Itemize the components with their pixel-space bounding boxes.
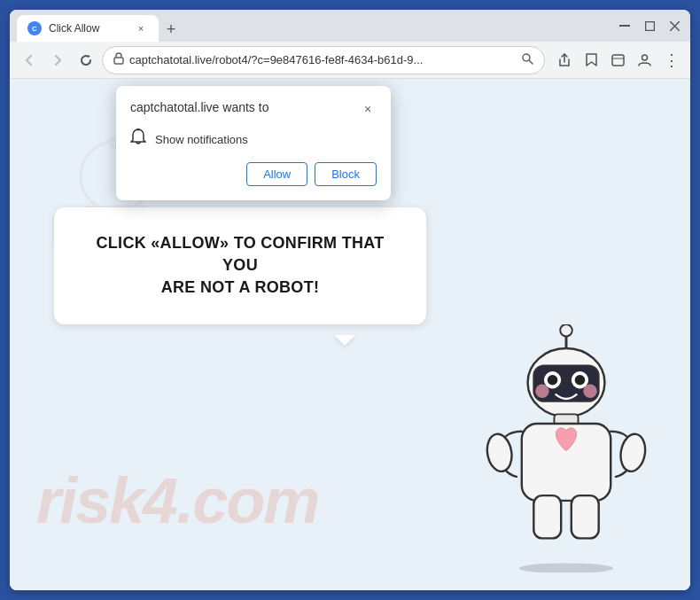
- minimize-button[interactable]: [616, 17, 634, 35]
- svg-point-28: [535, 385, 548, 398]
- svg-point-19: [137, 129, 140, 131]
- bubble-text: CLICK «ALLOW» TO CONFIRM THAT YOU ARE NO…: [82, 232, 398, 300]
- menu-button[interactable]: ⋮: [658, 48, 683, 73]
- svg-point-27: [575, 375, 586, 386]
- svg-point-5: [523, 54, 530, 61]
- tab-view-button[interactable]: [605, 48, 630, 73]
- new-tab-button[interactable]: +: [159, 17, 183, 42]
- svg-line-6: [530, 61, 533, 65]
- svg-point-33: [618, 432, 648, 474]
- svg-point-29: [583, 385, 596, 398]
- svg-point-10: [642, 55, 647, 60]
- popup-title: captchatotal.live wants to: [130, 100, 268, 114]
- svg-rect-1: [645, 21, 654, 30]
- svg-rect-8: [612, 55, 624, 66]
- svg-point-36: [519, 563, 613, 573]
- browser-tab[interactable]: C Click Allow ×: [17, 15, 159, 42]
- svg-rect-34: [533, 495, 561, 538]
- speech-bubble: CLICK «ALLOW» TO CONFIRM THAT YOU ARE NO…: [54, 207, 426, 324]
- close-button[interactable]: [665, 17, 683, 35]
- svg-point-26: [548, 375, 558, 386]
- address-bar[interactable]: captchatotal.live/robot4/?c=9e847616-fe8…: [102, 46, 545, 74]
- tab-title: Click Allow: [49, 22, 127, 35]
- robot-character: [478, 324, 655, 573]
- window-controls: [616, 17, 683, 35]
- bell-icon: [130, 129, 146, 150]
- popup-notification-label: Show notifications: [155, 133, 248, 146]
- search-icon: [521, 52, 533, 67]
- popup-buttons: Allow Block: [130, 162, 377, 186]
- url-text: captchatotal.live/robot4/?c=9e847616-fe8…: [129, 53, 516, 66]
- popup-notification-row: Show notifications: [130, 129, 377, 150]
- browser-window: C Click Allow × +: [10, 10, 690, 590]
- back-button[interactable]: [17, 48, 42, 73]
- svg-rect-4: [114, 58, 123, 64]
- share-button[interactable]: [552, 48, 577, 73]
- reload-button[interactable]: [74, 48, 98, 73]
- tab-favicon: C: [27, 21, 42, 35]
- watermark-text: risk4.com: [36, 464, 318, 537]
- bookmark-button[interactable]: [579, 48, 603, 73]
- svg-rect-35: [572, 495, 599, 538]
- svg-marker-7: [587, 54, 596, 66]
- notification-popup: captchatotal.live wants to × Show notifi…: [116, 86, 391, 200]
- popup-header: captchatotal.live wants to ×: [130, 100, 377, 118]
- svg-point-21: [560, 324, 572, 337]
- profile-button[interactable]: [632, 48, 657, 73]
- popup-close-button[interactable]: ×: [359, 100, 377, 118]
- tab-close-button[interactable]: ×: [134, 21, 148, 35]
- tab-strip: C Click Allow × +: [17, 10, 612, 42]
- nav-right-icons: ⋮: [552, 48, 683, 73]
- title-bar: C Click Allow × +: [10, 10, 690, 42]
- maximize-button[interactable]: [641, 17, 658, 35]
- nav-bar: captchatotal.live/robot4/?c=9e847616-fe8…: [10, 42, 690, 79]
- page-content: risk4.com captchatotal.live wants to ×: [10, 79, 690, 590]
- block-button[interactable]: Block: [315, 162, 377, 186]
- svg-rect-0: [619, 25, 630, 27]
- allow-button[interactable]: Allow: [246, 162, 307, 186]
- lock-icon: [113, 52, 124, 67]
- svg-point-32: [485, 432, 515, 474]
- forward-button[interactable]: [45, 48, 70, 73]
